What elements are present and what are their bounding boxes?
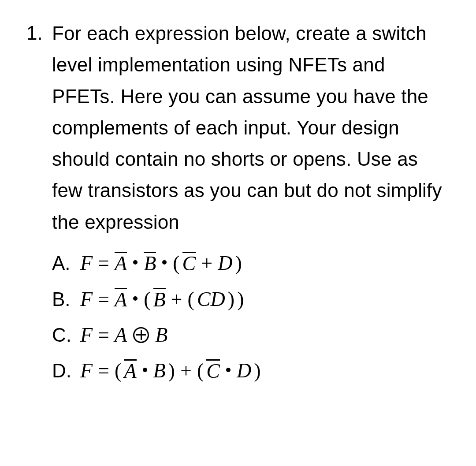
expression-c: F = A B: [80, 325, 167, 345]
plus: +: [168, 289, 185, 309]
var-F: F: [80, 289, 93, 309]
expression-b: F = A ( B + ( CD ) ): [80, 289, 244, 310]
var-B: B: [155, 325, 167, 345]
problem-1: 1. For each expression below, create a s…: [26, 18, 450, 396]
var-C: C: [182, 252, 196, 275]
var-F: F: [80, 253, 93, 273]
problem-body: For each expression below, create a swit…: [52, 18, 450, 396]
rparen: ): [168, 361, 175, 381]
var-D: D: [218, 253, 232, 273]
rparen: ): [254, 361, 260, 381]
option-a: A. F = A B ( C + D ): [52, 253, 450, 274]
overline-C: C: [206, 360, 220, 381]
expression-d: F = ( A B ) + ( C D ): [80, 360, 260, 381]
plus: +: [198, 253, 215, 273]
xor-icon: [133, 327, 149, 343]
rparen: ): [237, 289, 244, 309]
page: 1. For each expression below, create a s…: [0, 0, 476, 466]
lparen: (: [197, 361, 204, 381]
problem-number: 1.: [26, 18, 52, 48]
option-letter: A.: [52, 254, 80, 273]
equals: =: [95, 361, 112, 381]
expression-a: F = A B ( C + D ): [80, 253, 242, 274]
option-c: C. F = A B: [52, 325, 450, 345]
overline-A: A: [115, 289, 127, 310]
overline-A: A: [124, 360, 136, 381]
var-CD: CD: [197, 289, 225, 309]
overline-B: B: [144, 253, 156, 274]
lparen: (: [115, 361, 121, 381]
option-letter: B.: [52, 290, 80, 309]
problem-prompt: For each expression below, create a swit…: [52, 18, 450, 238]
rparen: ): [235, 253, 242, 273]
var-B: B: [153, 361, 166, 381]
var-A: A: [115, 252, 127, 275]
and-dot-icon: [226, 368, 231, 372]
var-A: A: [115, 325, 127, 345]
lparen: (: [144, 289, 150, 309]
var-C: C: [206, 360, 220, 382]
var-D: D: [237, 361, 251, 381]
var-A: A: [124, 360, 136, 382]
var-A: A: [115, 288, 127, 311]
and-dot-icon: [133, 296, 138, 301]
options-list: A. F = A B ( C + D ): [52, 253, 450, 381]
var-F: F: [80, 361, 93, 381]
equals: =: [95, 253, 112, 273]
var-F: F: [80, 325, 93, 345]
and-dot-icon: [162, 260, 167, 265]
overline-C: C: [182, 253, 196, 274]
equals: =: [95, 325, 112, 345]
and-dot-icon: [133, 260, 138, 265]
and-dot-icon: [143, 368, 147, 372]
option-b: B. F = A ( B + ( CD ) ): [52, 289, 450, 310]
option-letter: C.: [52, 325, 80, 345]
plus: +: [178, 361, 194, 381]
option-letter: D.: [52, 361, 80, 380]
option-d: D. F = ( A B ) + ( C D ): [52, 360, 450, 381]
var-B: B: [153, 288, 166, 311]
lparen: (: [188, 289, 194, 309]
var-B: B: [144, 252, 156, 275]
overline-A: A: [115, 253, 127, 274]
rparen: ): [228, 289, 234, 309]
overline-B: B: [153, 289, 166, 310]
lparen: (: [173, 253, 179, 273]
equals: =: [95, 289, 112, 309]
